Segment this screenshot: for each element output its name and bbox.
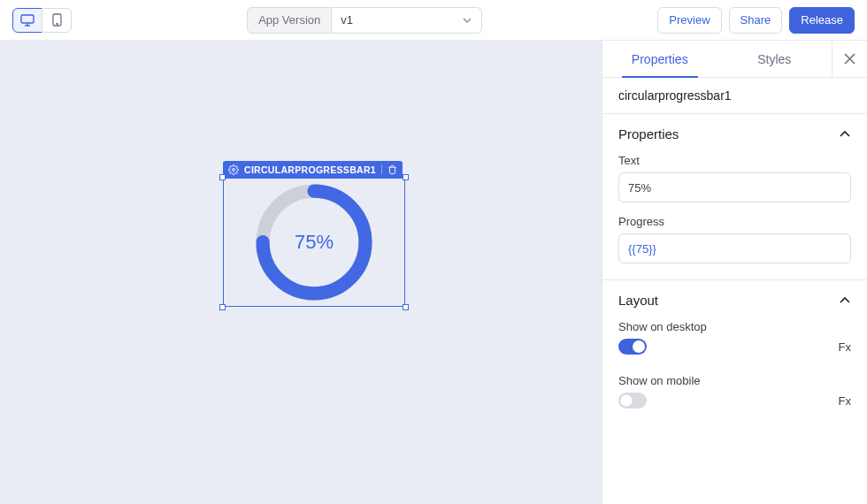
mobile-view-button[interactable] (42, 8, 72, 33)
app-version-label: App Version (247, 7, 332, 34)
trash-icon[interactable] (387, 164, 397, 175)
selection-box: 75% (223, 178, 405, 307)
section-title: Layout (618, 293, 658, 308)
close-inspector-button[interactable] (832, 41, 867, 77)
show-desktop-toggle[interactable] (618, 339, 647, 355)
section-layout: Layout Show on desktop Fx Show on mobile… (602, 280, 867, 424)
show-desktop-label: Show on desktop (618, 320, 851, 333)
show-mobile-label: Show on mobile (618, 374, 851, 387)
resize-handle-top-right[interactable] (403, 174, 409, 180)
progress-field-input[interactable] (618, 233, 851, 263)
section-properties-header[interactable]: Properties (618, 126, 851, 141)
selection-component-name: CIRCULARPROGRESSBAR1 (244, 164, 376, 175)
show-mobile-fx[interactable]: Fx (839, 394, 851, 408)
app-version-select: App Version v1 (247, 7, 482, 34)
divider (381, 164, 382, 174)
show-desktop-fx[interactable]: Fx (839, 340, 851, 354)
release-button[interactable]: Release (789, 7, 855, 34)
selected-component[interactable]: CIRCULARPROGRESSBAR1 75% (223, 178, 405, 307)
toolbar: App Version v1 Preview Share Release (0, 0, 867, 41)
circular-progress-widget: 75% (224, 179, 404, 306)
gear-icon[interactable] (228, 164, 239, 175)
preview-button[interactable]: Preview (657, 7, 721, 34)
app-version-dropdown[interactable]: v1 (332, 7, 482, 34)
resize-handle-bottom-left[interactable] (219, 304, 226, 310)
desktop-icon (20, 14, 35, 27)
text-field-label: Text (618, 154, 851, 167)
chevron-up-icon (839, 130, 851, 138)
inspector-tabs: Properties Styles (602, 41, 867, 78)
progress-percent-text: 75% (253, 181, 375, 303)
section-title: Properties (618, 126, 679, 141)
chevron-down-icon (462, 17, 472, 24)
canvas[interactable]: CIRCULARPROGRESSBAR1 75% (0, 41, 602, 504)
svg-point-2 (56, 23, 57, 24)
svg-rect-0 (21, 15, 34, 23)
show-mobile-toggle[interactable] (618, 393, 647, 409)
top-actions: Preview Share Release (657, 7, 855, 34)
mobile-icon (52, 13, 62, 27)
tab-styles[interactable]: Styles (717, 41, 832, 77)
text-field-input[interactable] (618, 172, 851, 202)
section-properties: Properties Text Progress (602, 114, 867, 280)
section-layout-header[interactable]: Layout (618, 293, 851, 308)
viewport-toggle (12, 8, 72, 33)
close-icon (843, 52, 856, 65)
chevron-up-icon (839, 296, 851, 304)
resize-handle-bottom-right[interactable] (403, 304, 409, 310)
desktop-view-button[interactable] (12, 8, 42, 33)
component-name[interactable]: circularprogressbar1 (602, 78, 867, 114)
tab-properties[interactable]: Properties (602, 41, 717, 77)
share-button[interactable]: Share (729, 7, 783, 34)
app-version-value: v1 (341, 13, 353, 27)
selection-label-bar: CIRCULARPROGRESSBAR1 (223, 161, 403, 178)
resize-handle-top-left[interactable] (219, 174, 226, 180)
svg-point-3 (233, 168, 235, 171)
progress-field-label: Progress (618, 215, 851, 228)
inspector-panel: Properties Styles circularprogressbar1 P… (602, 41, 867, 504)
